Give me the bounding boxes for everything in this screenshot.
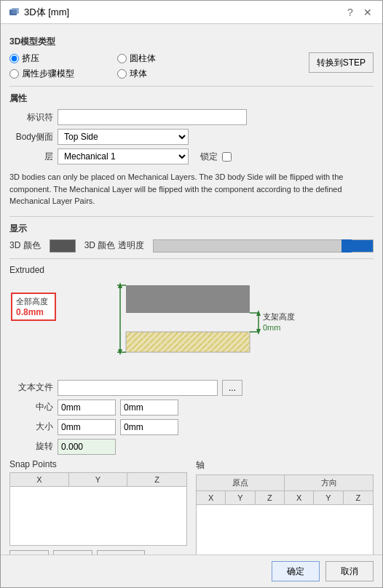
snap-points-section: Snap Points X Y Z 添加 删除 平均数 [9,459,187,555]
layer-row: 层 Mechanical 1 Mechanical 2 Mechanical 3… [9,148,374,164]
axis-table-body [197,505,373,555]
axis-origin-header: 原点 [197,475,285,490]
radio-property-step-label: 属性步骤模型 [22,68,74,80]
axis-oz: Z [256,491,285,504]
body-side-label: Body侧面 [9,131,53,143]
transparency-slider[interactable] [153,239,374,253]
radio-cylinder-input[interactable] [117,54,127,63]
axis-top-header: 原点 方向 [197,475,373,491]
identifier-label: 标识符 [9,111,53,124]
help-button[interactable]: ? [343,5,358,20]
center-y-input[interactable] [120,400,178,416]
dialog-title: 3D体 [mm] [24,6,69,19]
lock-label: 锁定 [200,151,218,163]
divider-2 [9,216,374,217]
3d-icon [8,7,20,18]
snap-col-y: Y [69,473,128,486]
display-row: 3D 颜色 3D 颜色 透明度 [9,239,374,253]
radio-sphere-input[interactable] [117,69,127,79]
radio-property-step-input[interactable] [9,69,19,79]
display-title: 显示 [9,223,374,235]
layer-label: 层 [9,151,53,163]
model-type-radios: 挤压 圆柱体 属性步骤模型 球体 [9,52,219,80]
radio-grid: 挤压 圆柱体 属性步骤模型 球体 [9,52,219,80]
axis-dx: X [285,491,314,504]
divider-3 [9,258,374,259]
identifier-row: 标识符 [9,109,374,125]
dialog: 3D体 [mm] ? ✕ 3D模型类型 挤压 圆柱体 [0,0,383,588]
axis-title: 轴 [196,459,374,472]
identifier-input[interactable] [58,109,247,125]
transparency-label: 3D 颜色 透明度 [84,239,144,252]
bracket-height-val: 0mm [263,323,280,332]
axis-dy: Y [314,491,343,504]
step-button[interactable]: 转换到STEP [309,52,374,73]
radio-extrude[interactable]: 挤压 [9,52,111,65]
dialog-content: 3D模型类型 挤压 圆柱体 属性步骤模型 [1,24,382,555]
cancel-button[interactable]: 取消 [325,561,374,581]
axis-ox: X [197,491,226,504]
radio-extrude-input[interactable] [9,54,19,63]
close-button[interactable]: ✕ [360,5,375,20]
bottom-tables: Snap Points X Y Z 添加 删除 平均数 轴 [9,459,374,555]
svg-rect-1 [12,8,19,14]
radio-cylinder-label: 圆柱体 [130,52,156,65]
layer-select[interactable]: Mechanical 1 Mechanical 2 Mechanical 3 [58,148,189,164]
size-label: 大小 [9,421,53,433]
rotation-input[interactable] [58,439,116,455]
rotation-row: 旋转 [9,439,374,455]
color-label: 3D 颜色 [9,239,41,252]
size-w-input[interactable] [58,419,116,435]
extruded-label: Extruded [9,265,374,275]
snap-col-x: X [10,473,69,486]
snap-points-title: Snap Points [9,459,187,469]
text-file-row: 文本文件 ... [9,380,374,396]
pcb-shape [126,332,250,352]
title-bar-buttons: ? ✕ [343,5,375,20]
properties-title: 属性 [9,92,374,105]
model-type-title: 3D模型类型 [9,36,374,48]
axis-section: 轴 原点 方向 X Y Z X Y Z [196,459,374,555]
body-shape [126,285,250,313]
radio-sphere-label: 球体 [130,68,147,80]
text-file-label: 文本文件 [9,381,53,394]
body-side-select[interactable]: Top Side Bottom Side [58,129,189,145]
lock-checkbox[interactable] [222,152,232,162]
snap-table-body [10,487,186,545]
color-swatch[interactable] [50,239,76,253]
center-row: 中心 [9,400,374,416]
snap-points-table: X Y Z [9,472,187,546]
size-h-input[interactable] [120,419,178,435]
bracket-height-label: 支架高度 [263,312,295,321]
title-bar: 3D体 [mm] ? ✕ [1,1,382,24]
footer: 确定 取消 [1,555,382,587]
browse-button[interactable]: ... [222,380,242,396]
center-label: 中心 [9,401,53,413]
diagram-svg: 支架高度 0mm [9,279,374,374]
divider-1 [9,86,374,87]
radio-property-step[interactable]: 属性步骤模型 [9,68,111,80]
snap-header: X Y Z [10,473,186,487]
body-side-row: Body侧面 Top Side Bottom Side [9,129,374,145]
axis-sub-header: X Y Z X Y Z [197,491,373,505]
axis-direction-header: 方向 [285,475,373,490]
axis-table: 原点 方向 X Y Z X Y Z [196,474,374,555]
rotation-label: 旋转 [9,440,53,453]
ok-button[interactable]: 确定 [272,561,320,581]
extruded-diagram: 全部高度 0.8mm [9,279,374,374]
title-bar-left: 3D体 [mm] [8,6,69,19]
size-row: 大小 [9,419,374,435]
info-text: 3D bodies can only be placed on Mechanic… [9,168,374,210]
radio-sphere[interactable]: 球体 [117,68,219,80]
center-x-input[interactable] [58,400,116,416]
text-file-input[interactable] [58,380,218,396]
axis-dz: Z [344,491,373,504]
snap-col-z: Z [127,473,186,486]
axis-oy: Y [226,491,255,504]
radio-cylinder[interactable]: 圆柱体 [117,52,219,65]
radio-extrude-label: 挤压 [22,52,39,65]
